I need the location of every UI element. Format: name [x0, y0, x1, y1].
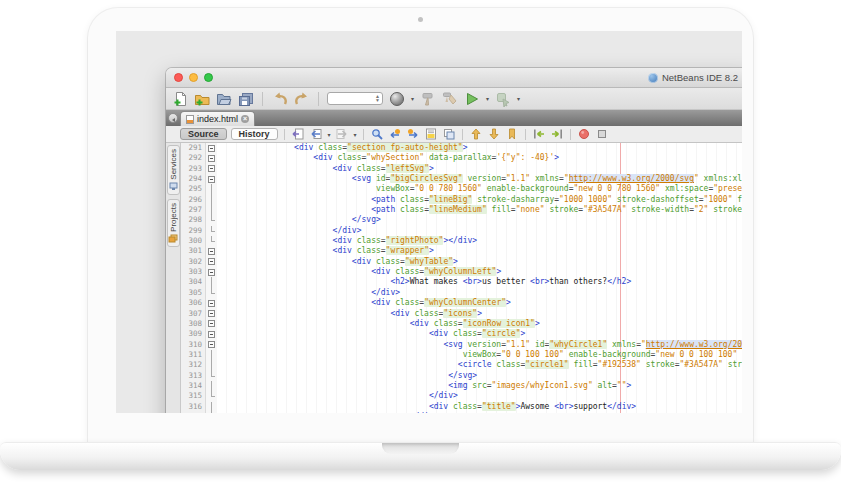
fold-marker[interactable]	[206, 164, 217, 174]
code-line[interactable]: <div class="whyTable">	[217, 257, 742, 267]
code-line[interactable]: </div>	[217, 226, 742, 236]
undo-icon[interactable]	[271, 90, 288, 107]
browser-icon[interactable]	[388, 90, 405, 107]
fold-marker	[206, 371, 217, 381]
new-file-icon[interactable]	[171, 90, 188, 107]
line-number: 307	[181, 309, 202, 319]
minimize-window-button[interactable]	[189, 73, 198, 82]
select-in-projects-icon[interactable]	[442, 127, 456, 141]
fold-marker[interactable]	[206, 153, 217, 163]
zoom-window-button[interactable]	[204, 73, 213, 82]
line-number: 304	[181, 277, 202, 287]
fold-marker[interactable]	[206, 267, 217, 277]
close-window-button[interactable]	[174, 73, 183, 82]
fold-marker[interactable]	[206, 329, 217, 339]
code-line[interactable]: <div class="whyColumnLeft">	[217, 267, 742, 277]
sidebar-tab-services[interactable]: Services	[167, 145, 180, 195]
line-number: 305	[181, 288, 202, 298]
code-line[interactable]: <img src="images/whyIcon1.svg" alt="">	[217, 381, 742, 391]
previous-bookmark-icon[interactable]	[469, 127, 483, 141]
line-number: 312	[181, 360, 202, 370]
forward-dropdown-caret[interactable]: ▾	[354, 131, 357, 138]
find-next-icon[interactable]	[406, 127, 420, 141]
fold-marker[interactable]	[206, 143, 217, 153]
code-line[interactable]: <div class="whyColumnCenter">	[217, 298, 742, 308]
line-number: 311	[181, 350, 202, 360]
fold-marker[interactable]	[206, 340, 217, 350]
forward-icon[interactable]	[335, 127, 349, 141]
gutter[interactable]: 2912922932942952962972982993003013023033…	[181, 143, 206, 413]
history-view-button[interactable]: History	[231, 128, 278, 140]
tab-close-icon[interactable]: ×	[241, 115, 249, 123]
code-line[interactable]: <svg version="1.1" id="whyCircle1" xmlns…	[217, 340, 742, 350]
find-previous-icon[interactable]	[388, 127, 402, 141]
stop-macro-icon[interactable]	[595, 127, 609, 141]
code-line[interactable]: <div class="iconRow icon1">	[217, 319, 742, 329]
shift-right-icon[interactable]	[550, 127, 564, 141]
line-number: 308	[181, 319, 202, 329]
back-dropdown-caret[interactable]: ▾	[328, 131, 331, 138]
toggle-highlight-icon[interactable]	[424, 127, 438, 141]
code-line[interactable]: </div>	[217, 391, 742, 401]
build-project-icon[interactable]	[419, 90, 436, 107]
line-number: 296	[181, 195, 202, 205]
fold-marker[interactable]	[206, 246, 217, 256]
code-line[interactable]: <div class="rightPhoto"></div>	[217, 236, 742, 246]
toolbar-separator	[363, 129, 364, 140]
record-macro-icon[interactable]	[577, 127, 591, 141]
code-line[interactable]: </div>	[217, 288, 742, 298]
toggle-bookmark-icon[interactable]	[505, 127, 519, 141]
debug-project-icon[interactable]	[494, 90, 511, 107]
fold-marker	[206, 195, 217, 205]
run-dropdown-caret[interactable]: ▾	[486, 95, 489, 102]
code-line[interactable]: <path class="lineMedium" fill="none" str…	[217, 205, 742, 215]
code-line[interactable]: </div>	[217, 412, 742, 413]
browser-dropdown-caret[interactable]: ▾	[411, 95, 414, 102]
code-line[interactable]: <div class="whySection" data-parallax='{…	[217, 153, 742, 163]
code-line[interactable]: <div class="title">Awsome <br>support</d…	[217, 402, 742, 412]
shift-left-icon[interactable]	[532, 127, 546, 141]
fold-marker[interactable]	[206, 298, 217, 308]
code-line[interactable]: viewBox="0 0 100 100" enable-background=…	[217, 350, 742, 360]
code-line[interactable]: <div class="wrapper">	[217, 246, 742, 256]
sidebar-tab-projects[interactable]: Projects	[167, 199, 180, 247]
new-project-icon[interactable]	[193, 90, 210, 107]
code-line[interactable]: <path class="lineBig" stroke-dasharray="…	[217, 195, 742, 205]
line-number: 310	[181, 340, 202, 350]
find-icon[interactable]	[370, 127, 384, 141]
window-side-strip: Services Projects	[166, 143, 181, 413]
fold-column[interactable]	[206, 143, 217, 413]
toolbar-separator	[262, 92, 263, 106]
code-line[interactable]: viewBox="0 0 780 1560" enable-background…	[217, 184, 742, 194]
laptop-base	[0, 442, 841, 470]
code-line[interactable]: <div class="icons">	[217, 309, 742, 319]
debug-dropdown-caret[interactable]: ▾	[517, 95, 520, 102]
fold-marker[interactable]	[206, 309, 217, 319]
redo-icon[interactable]	[293, 90, 310, 107]
code-area[interactable]: <div class="section fp-auto-height"> <di…	[217, 143, 742, 413]
clean-build-icon[interactable]	[441, 90, 458, 107]
toolbar-separator	[318, 92, 319, 106]
code-line[interactable]: <circle class="circle1" fill="#192538" s…	[217, 360, 742, 370]
tab-index-html[interactable]: index.html ×	[180, 111, 255, 126]
configuration-combobox[interactable]: ▲▼	[327, 92, 383, 105]
fold-marker[interactable]	[206, 319, 217, 329]
code-line[interactable]: <svg id="bigCirclesSvg" version="1.1" xm…	[217, 174, 742, 184]
fold-marker[interactable]	[206, 257, 217, 267]
run-project-icon[interactable]	[463, 90, 480, 107]
tab-list-button[interactable]	[168, 113, 178, 123]
editor-body: Services Projects 2912922932942952962972…	[166, 143, 742, 413]
last-edited-icon[interactable]	[291, 127, 305, 141]
next-bookmark-icon[interactable]	[487, 127, 501, 141]
code-line[interactable]: </svg>	[217, 215, 742, 225]
source-view-button[interactable]: Source	[180, 128, 227, 140]
open-project-icon[interactable]	[215, 90, 232, 107]
code-line[interactable]: <h2>What makes <br>us better <br>than ot…	[217, 277, 742, 287]
code-line[interactable]: <div class="circle">	[217, 329, 742, 339]
back-icon[interactable]	[309, 127, 323, 141]
save-all-icon[interactable]	[237, 90, 254, 107]
code-line[interactable]: </svg>	[217, 371, 742, 381]
code-line[interactable]: <div class="section fp-auto-height">	[217, 143, 742, 153]
code-line[interactable]: <div class="leftSvg">	[217, 164, 742, 174]
fold-marker[interactable]	[206, 174, 217, 184]
